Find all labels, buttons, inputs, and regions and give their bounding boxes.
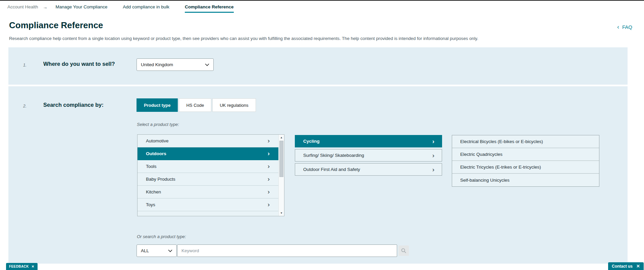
tab-product-type[interactable]: Product type xyxy=(137,98,178,112)
feedback-badge[interactable]: FEEDBACK ✕ xyxy=(6,263,38,270)
chevron-right-icon: › xyxy=(268,201,270,208)
product-type-electric-tricycles[interactable]: Electric Tricycles (E-trikes or E-tricyc… xyxy=(452,161,599,174)
chevron-right-icon: › xyxy=(432,138,434,144)
category-automotive[interactable]: Automotive› xyxy=(138,135,278,147)
category-scrollbar[interactable]: ▲ ▼ xyxy=(278,135,284,216)
chevron-right-icon: › xyxy=(268,175,270,183)
search-icon xyxy=(401,248,407,254)
feedback-label: FEEDBACK xyxy=(9,265,29,268)
category-label: Automotive xyxy=(146,138,169,143)
subcategory-list: Cycling› Surfing/ Skiing/ Skateboarding›… xyxy=(295,135,442,177)
faq-link[interactable]: ‹ FAQ xyxy=(617,24,632,30)
step-2-number: 2. xyxy=(23,104,26,108)
page-title: Compliance Reference xyxy=(9,20,103,31)
category-label: Tools xyxy=(146,164,157,169)
nav-manage-your-compliance[interactable]: Manage Your Compliance xyxy=(56,4,108,12)
category-label: Kitchen xyxy=(146,189,161,194)
contact-us-badge[interactable]: Contact us ✕ xyxy=(608,262,644,270)
page-description: Research compliance help content from a … xyxy=(9,36,579,41)
chevron-right-icon: › xyxy=(432,152,434,159)
breadcrumb-account-health[interactable]: Account Health xyxy=(7,4,38,9)
product-type-list: Electrical Bicycles (E-bikes or E-bicycl… xyxy=(452,135,599,187)
category-toys[interactable]: Toys› xyxy=(138,198,278,211)
breadcrumb: Account Health → Manage Your Compliance … xyxy=(7,4,249,13)
subcategory-surfing-skiing-skateboarding[interactable]: Surfing/ Skiing/ Skateboarding› xyxy=(295,149,442,162)
search-by-tabs: Product type HS Code UK regulations xyxy=(137,98,256,112)
nav-compliance-reference[interactable]: Compliance Reference xyxy=(185,4,234,13)
top-border xyxy=(0,0,644,1)
compliance-reference-page: Account Health → Manage Your Compliance … xyxy=(0,0,644,270)
chevron-right-icon: › xyxy=(268,137,270,144)
faq-label: FAQ xyxy=(622,24,632,30)
select-product-type-label: Select a product type: xyxy=(137,122,179,127)
category-label: Toys xyxy=(146,202,155,207)
product-type-electrical-bicycles[interactable]: Electrical Bicycles (E-bikes or E-bicycl… xyxy=(452,135,599,148)
scroll-up-icon[interactable]: ▲ xyxy=(279,136,284,139)
category-listbox: Automotive› Outdoors› Tools› Baby Produc… xyxy=(137,134,284,216)
search-scope-value: ALL xyxy=(141,248,149,253)
chevron-down-icon xyxy=(205,63,209,66)
subcategory-label: Cycling xyxy=(303,139,320,144)
or-search-product-type-label: Or search a product type: xyxy=(137,234,186,239)
category-label: Grocery xyxy=(146,215,162,216)
category-grocery[interactable]: Grocery› xyxy=(138,211,278,216)
chevron-right-icon: › xyxy=(432,166,434,173)
product-type-self-balancing-unicycles[interactable]: Self-balancing Unicycles xyxy=(452,174,599,186)
search-compliance-panel: 2. Search compliance by: Product type HS… xyxy=(8,86,628,264)
keyword-input[interactable] xyxy=(177,244,397,257)
step-1-question: Where do you want to sell? xyxy=(43,61,115,67)
chevron-right-icon: › xyxy=(268,188,270,195)
scrollbar-thumb[interactable] xyxy=(279,141,283,177)
subcategory-outdoor-first-aid-and-safety[interactable]: Outdoor First Aid and Safety› xyxy=(295,163,442,176)
search-button[interactable] xyxy=(398,245,409,256)
tab-hs-code[interactable]: HS Code xyxy=(179,98,211,112)
category-kitchen[interactable]: Kitchen› xyxy=(138,186,278,198)
subcategory-cycling[interactable]: Cycling› xyxy=(295,135,442,147)
chevron-right-icon: › xyxy=(268,150,270,157)
chevron-down-icon xyxy=(168,250,172,252)
product-type-electric-quadricycles[interactable]: Electric Quadricycles xyxy=(452,148,599,161)
subcategory-label: Surfing/ Skiing/ Skateboarding xyxy=(303,153,364,158)
step-2-question: Search compliance by: xyxy=(43,102,104,108)
search-scope-select[interactable]: ALL xyxy=(137,244,177,257)
category-label: Baby Products xyxy=(146,177,175,182)
chevron-right-icon: › xyxy=(268,163,270,170)
category-label: Outdoors xyxy=(146,151,166,156)
category-baby-products[interactable]: Baby Products› xyxy=(138,173,278,186)
category-tools[interactable]: Tools› xyxy=(138,160,278,173)
category-outdoors[interactable]: Outdoors› xyxy=(138,147,278,160)
subcategory-label: Outdoor First Aid and Safety xyxy=(303,167,360,172)
marketplace-selected-value: United Kingdom xyxy=(141,62,173,67)
arrow-right-icon: → xyxy=(43,4,48,10)
contact-us-label: Contact us xyxy=(612,264,633,269)
marketplace-select[interactable]: United Kingdom xyxy=(137,58,214,71)
tab-uk-regulations[interactable]: UK regulations xyxy=(212,98,256,112)
step-1-number: 1. xyxy=(23,63,26,68)
close-icon[interactable]: ✕ xyxy=(636,264,640,269)
marketplace-panel: 1. Where do you want to sell? United Kin… xyxy=(8,47,628,85)
chevron-left-icon: ‹ xyxy=(617,25,619,30)
nav-add-compliance-in-bulk[interactable]: Add compliance in bulk xyxy=(123,4,169,12)
chevron-right-icon: › xyxy=(268,214,270,216)
scroll-down-icon[interactable]: ▼ xyxy=(279,212,284,215)
close-icon[interactable]: ✕ xyxy=(32,265,35,268)
